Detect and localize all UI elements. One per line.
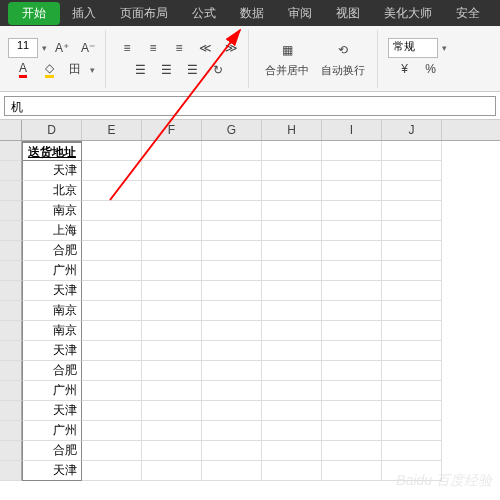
row-header[interactable]	[0, 301, 22, 321]
tab-review[interactable]: 审阅	[276, 1, 324, 26]
row-header[interactable]	[0, 441, 22, 461]
cell[interactable]	[322, 361, 382, 381]
cell[interactable]	[322, 321, 382, 341]
cell[interactable]	[82, 221, 142, 241]
font-color-button[interactable]: A	[12, 59, 34, 81]
cell[interactable]	[262, 321, 322, 341]
cell[interactable]: 天津	[22, 461, 82, 481]
cell[interactable]	[202, 241, 262, 261]
cell[interactable]	[382, 421, 442, 441]
cell[interactable]	[322, 281, 382, 301]
cell[interactable]	[202, 221, 262, 241]
cell[interactable]	[142, 401, 202, 421]
cell[interactable]	[322, 341, 382, 361]
cell[interactable]	[382, 241, 442, 261]
align-top-button[interactable]: ≡	[116, 37, 138, 59]
cell[interactable]	[262, 421, 322, 441]
cell[interactable]	[262, 161, 322, 181]
col-header[interactable]: H	[262, 120, 322, 140]
wrap-text-button[interactable]: ⟲ 自动换行	[315, 37, 371, 80]
tab-security[interactable]: 安全	[444, 1, 492, 26]
formula-input[interactable]: 机	[4, 96, 496, 116]
cell[interactable]	[82, 441, 142, 461]
cell[interactable]	[262, 221, 322, 241]
cell[interactable]	[262, 361, 322, 381]
cell[interactable]	[202, 321, 262, 341]
tab-layout[interactable]: 页面布局	[108, 1, 180, 26]
cell[interactable]	[322, 201, 382, 221]
font-size-input[interactable]: 11	[8, 38, 38, 58]
cell[interactable]	[382, 201, 442, 221]
cell[interactable]	[322, 141, 382, 161]
cell[interactable]	[262, 401, 322, 421]
cell[interactable]	[142, 141, 202, 161]
tab-view[interactable]: 视图	[324, 1, 372, 26]
cell[interactable]	[322, 221, 382, 241]
cell[interactable]	[382, 361, 442, 381]
cell[interactable]: 天津	[22, 341, 82, 361]
cell[interactable]	[262, 381, 322, 401]
col-header[interactable]: E	[82, 120, 142, 140]
cell[interactable]: 北京	[22, 181, 82, 201]
cell[interactable]	[262, 181, 322, 201]
cell[interactable]	[262, 341, 322, 361]
cell[interactable]	[202, 281, 262, 301]
cell[interactable]	[82, 201, 142, 221]
dropdown-icon[interactable]: ▾	[42, 43, 47, 53]
decrease-font-button[interactable]: A⁻	[77, 37, 99, 59]
cell[interactable]	[382, 381, 442, 401]
cell[interactable]	[202, 181, 262, 201]
cell[interactable]	[262, 301, 322, 321]
cell[interactable]	[202, 341, 262, 361]
cell[interactable]	[262, 461, 322, 481]
tab-start[interactable]: 开始	[8, 2, 60, 25]
align-bottom-button[interactable]: ≡	[168, 37, 190, 59]
currency-button[interactable]: ¥	[394, 58, 416, 80]
cell[interactable]	[82, 301, 142, 321]
number-format-select[interactable]: 常规	[388, 38, 438, 58]
align-right-button[interactable]: ☰	[181, 59, 203, 81]
cell[interactable]	[82, 181, 142, 201]
cell[interactable]	[322, 301, 382, 321]
cell[interactable]	[202, 421, 262, 441]
cell[interactable]	[262, 141, 322, 161]
row-header[interactable]	[0, 321, 22, 341]
cell[interactable]	[322, 421, 382, 441]
col-header[interactable]: J	[382, 120, 442, 140]
cell[interactable]	[262, 261, 322, 281]
cell[interactable]: 广州	[22, 261, 82, 281]
cell[interactable]: 天津	[22, 401, 82, 421]
cell[interactable]: 南京	[22, 321, 82, 341]
align-left-button[interactable]: ☰	[129, 59, 151, 81]
cell[interactable]: 上海	[22, 221, 82, 241]
row-header[interactable]	[0, 421, 22, 441]
cell[interactable]	[82, 161, 142, 181]
cell[interactable]	[322, 241, 382, 261]
cell[interactable]	[202, 161, 262, 181]
cell[interactable]	[382, 281, 442, 301]
cell[interactable]	[382, 441, 442, 461]
cell[interactable]	[322, 381, 382, 401]
cell[interactable]	[202, 361, 262, 381]
merge-center-button[interactable]: ▦ 合并居中	[259, 37, 315, 80]
cell[interactable]	[382, 141, 442, 161]
cell[interactable]	[142, 281, 202, 301]
cell[interactable]	[142, 461, 202, 481]
cell[interactable]	[142, 341, 202, 361]
cell[interactable]	[202, 401, 262, 421]
cell[interactable]	[382, 181, 442, 201]
cell[interactable]	[142, 421, 202, 441]
row-header[interactable]	[0, 361, 22, 381]
cell[interactable]	[142, 381, 202, 401]
row-header[interactable]	[0, 201, 22, 221]
cell[interactable]	[142, 181, 202, 201]
cell[interactable]	[82, 401, 142, 421]
dropdown-icon[interactable]: ▾	[442, 43, 447, 53]
cell[interactable]	[382, 221, 442, 241]
row-header[interactable]	[0, 141, 22, 161]
col-header[interactable]: I	[322, 120, 382, 140]
cell[interactable]	[202, 381, 262, 401]
tab-beautify[interactable]: 美化大师	[372, 1, 444, 26]
cell[interactable]	[82, 321, 142, 341]
cell[interactable]	[142, 161, 202, 181]
